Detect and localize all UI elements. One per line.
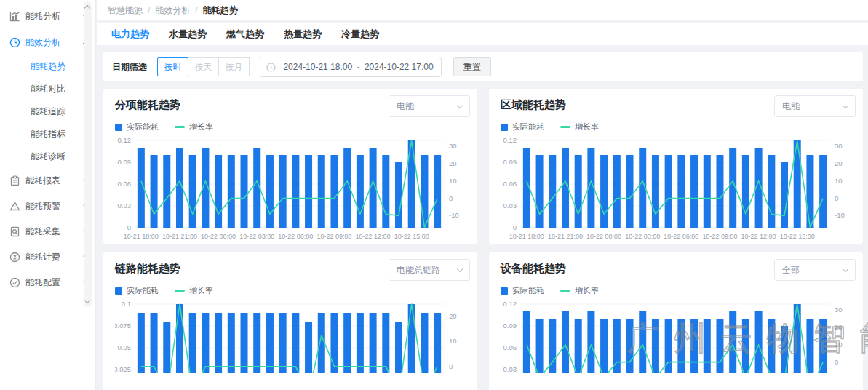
reset-button[interactable]: 重置	[453, 57, 491, 76]
legend-growth-rate[interactable]: 增长率	[175, 285, 213, 296]
svg-text:0.075: 0.075	[115, 322, 131, 330]
sidebar-submenu: 能耗趋势 能耗对比 能耗追踪 能耗指标 能耗诊断	[0, 55, 95, 168]
breadcrumb-item-home[interactable]: 智慧能源	[108, 4, 143, 17]
energy-type-select[interactable]: 电能	[774, 95, 856, 117]
svg-text:0.03: 0.03	[118, 202, 132, 210]
chart-card-region-energy: 区域能耗趋势 电能 实际能耗 增长率 0.120.090.060.0303020…	[489, 89, 863, 244]
svg-text:30: 30	[835, 306, 843, 314]
svg-text:10-22 00:00: 10-22 00:00	[201, 233, 236, 240]
legend-growth-rate[interactable]: 增长率	[175, 122, 213, 132]
sidebar-item-label: 能耗计费	[25, 251, 84, 263]
svg-text:0: 0	[127, 223, 131, 231]
svg-text:0.12: 0.12	[503, 136, 517, 144]
legend-label: 增长率	[575, 285, 599, 296]
svg-text:0.06: 0.06	[118, 180, 132, 188]
svg-text:10-22 06:00: 10-22 06:00	[664, 233, 698, 240]
scrollbar-down-icon[interactable]	[84, 298, 90, 303]
date-end-value[interactable]: 2024-10-22 17:00	[363, 62, 436, 72]
sidebar-item-label: 能耗分析	[25, 10, 84, 23]
legend-line-swatch	[560, 126, 570, 128]
sidebar-item-energy-report[interactable]: 能耗报表	[0, 168, 95, 194]
sidebar-item-energy-billing[interactable]: 能耗计费	[0, 244, 95, 270]
trend-tabs: 电力趋势 水量趋势 燃气趋势 热量趋势 冷量趋势	[97, 23, 868, 45]
date-start-value[interactable]: 2024-10-21 18:00	[282, 62, 354, 72]
chart-legend: 实际能耗 增长率	[115, 122, 466, 132]
chart-legend: 实际能耗 增长率	[501, 285, 851, 296]
svg-text:0.09: 0.09	[503, 158, 517, 166]
sidebar-item-efficiency-analysis[interactable]: 能效分析	[0, 29, 95, 55]
tab-heat-trend[interactable]: 热量趋势	[284, 28, 322, 41]
chevron-down-icon	[843, 102, 848, 108]
legend-growth-rate[interactable]: 增长率	[560, 122, 599, 132]
mode-button-monthly[interactable]: 按月	[218, 57, 250, 76]
breadcrumb: 智慧能源 / 能效分析 / 能耗趋势	[97, 0, 868, 20]
legend-actual-energy[interactable]: 实际能耗	[115, 285, 159, 296]
svg-text:10-22 15:00: 10-22 15:00	[780, 233, 815, 240]
sidebar-item-energy-alarm[interactable]: 能耗预警	[0, 194, 95, 219]
sidebar-item-energy-trace[interactable]: 能耗追踪	[0, 100, 95, 123]
svg-text:10-22 09:00: 10-22 09:00	[702, 233, 737, 240]
legend-growth-rate[interactable]: 增长率	[560, 285, 599, 296]
tab-cooling-trend[interactable]: 冷量趋势	[341, 28, 379, 41]
svg-text:10-22 03:00: 10-22 03:00	[625, 233, 660, 240]
chart-legend: 实际能耗 增长率	[501, 122, 851, 132]
svg-text:10: 10	[835, 177, 843, 185]
chevron-down-icon	[843, 266, 848, 271]
tab-water-trend[interactable]: 水量趋势	[169, 28, 207, 41]
bar-chart-icon	[9, 11, 20, 22]
sidebar-item-energy-compare[interactable]: 能耗对比	[0, 78, 95, 100]
scrollbar-up-icon[interactable]	[84, 5, 90, 11]
mode-button-hourly[interactable]: 按时	[157, 57, 188, 76]
svg-text:10: 10	[835, 341, 843, 349]
sidebar-item-label: 能效分析	[25, 36, 84, 49]
svg-text:0: 0	[513, 223, 517, 231]
mode-button-daily[interactable]: 按天	[188, 57, 219, 76]
chart-legend: 实际能耗 增长率	[115, 285, 466, 296]
legend-actual-energy[interactable]: 实际能耗	[501, 122, 544, 132]
svg-text:10-22 09:00: 10-22 09:00	[316, 233, 351, 240]
svg-text:20: 20	[835, 159, 843, 167]
sidebar-item-energy-trend[interactable]: 能耗趋势	[0, 55, 95, 78]
legend-bar-swatch	[115, 124, 122, 131]
sidebar-item-energy-config[interactable]: 能耗配置	[0, 270, 95, 295]
tab-electricity-trend[interactable]: 电力趋势	[111, 28, 149, 41]
link-select[interactable]: 电能总链路	[389, 259, 470, 281]
sidebar-item-energy-analysis[interactable]: 能耗分析	[0, 3, 95, 29]
collect-icon	[9, 226, 20, 237]
chart-canvas: 0.120.090.060.0303020100-1010-21 18:0010…	[501, 135, 851, 245]
breadcrumb-separator: /	[195, 5, 197, 15]
legend-line-swatch	[560, 290, 570, 292]
breadcrumb-item-section[interactable]: 能效分析	[155, 4, 190, 17]
config-icon	[9, 277, 20, 288]
breadcrumb-separator: /	[148, 5, 150, 15]
svg-text:0: 0	[835, 194, 838, 202]
chevron-down-icon	[457, 266, 463, 271]
svg-text:20: 20	[835, 323, 843, 331]
svg-text:0.1: 0.1	[122, 300, 131, 308]
device-select[interactable]: 全部	[774, 259, 856, 281]
sidebar-item-label: 能耗采集	[25, 226, 84, 238]
svg-text:-10: -10	[835, 211, 845, 219]
legend-actual-energy[interactable]: 实际能耗	[115, 122, 159, 132]
legend-actual-energy[interactable]: 实际能耗	[501, 285, 544, 296]
legend-label: 实际能耗	[127, 285, 159, 296]
legend-bar-swatch	[501, 124, 508, 131]
energy-type-select[interactable]: 电能	[389, 95, 470, 117]
sidebar-item-energy-kpi[interactable]: 能耗指标	[0, 123, 95, 146]
legend-line-swatch	[175, 126, 185, 128]
legend-label: 实际能耗	[127, 122, 159, 132]
svg-text:0.03: 0.03	[503, 202, 517, 210]
chart-canvas: 0.120.090.060.0303020100-1010-21 18:0010…	[115, 135, 466, 245]
app-frame: 能耗分析 能效分析 能耗趋势 能耗对比 能耗追踪 能耗指标 能耗诊断 能耗报表	[0, 0, 868, 390]
legend-label: 增长率	[189, 122, 213, 132]
svg-text:-10: -10	[449, 211, 459, 219]
date-range-picker[interactable]: 2024-10-21 18:00 - 2024-10-22 17:00	[260, 57, 442, 77]
sidebar-item-label: 能耗预警	[25, 200, 84, 212]
chevron-down-icon	[457, 102, 463, 108]
sidebar-item-label: 能耗报表	[25, 175, 84, 187]
sidebar-scrollbar[interactable]	[84, 1, 92, 307]
sidebar-item-energy-diagnose[interactable]: 能耗诊断	[0, 146, 95, 168]
tab-gas-trend[interactable]: 燃气趋势	[226, 28, 264, 41]
svg-text:0.09: 0.09	[118, 158, 132, 166]
sidebar-item-energy-collect[interactable]: 能耗采集	[0, 219, 95, 244]
